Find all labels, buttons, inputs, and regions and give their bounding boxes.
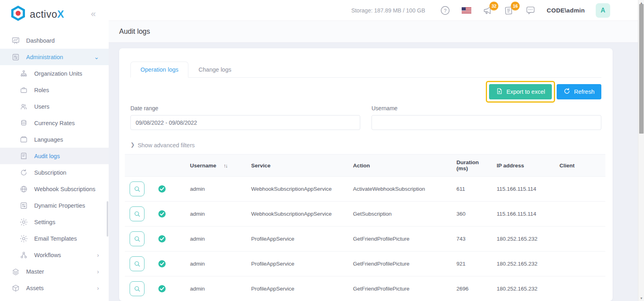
tab-operation-logs[interactable]: Operation logs xyxy=(130,62,188,78)
chevron-down-icon: ❯ xyxy=(130,142,135,147)
announcements-icon[interactable]: 32 xyxy=(483,5,493,16)
sidebar-item-dashboard[interactable]: Dashboard xyxy=(0,32,109,49)
col-header-action[interactable]: Action xyxy=(348,155,452,177)
sidebar-item-assets[interactable]: Assets › xyxy=(0,280,109,296)
table-row: admin ProfileAppService GetFriendProfile… xyxy=(125,276,605,301)
sidebar-item-settings[interactable]: Settings xyxy=(0,214,109,230)
news-subscriptions-icon[interactable]: 16 xyxy=(504,5,514,16)
toolbar-row: Export to excel Refresh xyxy=(130,81,601,103)
sidebar-item-roles[interactable]: Roles xyxy=(0,82,109,98)
table-row: admin WebhookSubscriptionAppService Acti… xyxy=(125,177,605,202)
sidebar-collapse-icon[interactable]: « xyxy=(91,10,96,19)
sidebar-scrollbar[interactable] xyxy=(107,201,108,237)
sidebar-item-email-templates[interactable]: Email Templates xyxy=(0,230,109,247)
email-templates-icon xyxy=(19,234,28,243)
cell-action: GetSubscription xyxy=(348,202,452,227)
languages-icon xyxy=(19,135,28,144)
table-header-row: Username↑↓ Service Action Duration (ms) … xyxy=(125,155,605,177)
cell-action: GetFriendProfilePicture xyxy=(348,276,452,301)
cell-ip-address: 180.252.165.232 xyxy=(492,227,555,252)
row-detail-button[interactable] xyxy=(130,181,144,196)
sidebar-item-users[interactable]: Users xyxy=(0,98,109,115)
news-badge: 16 xyxy=(511,2,520,10)
username-input[interactable] xyxy=(372,115,601,130)
scrollbar-thumb[interactable] xyxy=(639,4,644,134)
row-detail-button[interactable] xyxy=(130,206,144,221)
currency-rates-icon xyxy=(19,119,28,128)
success-check-icon xyxy=(158,260,180,268)
export-to-excel-button[interactable]: Export to excel xyxy=(489,84,552,99)
dashboard-icon xyxy=(11,36,20,45)
cell-duration: 743 xyxy=(452,227,492,252)
audit-logs-icon xyxy=(19,152,28,161)
cell-ip-address: 180.252.165.232 xyxy=(492,276,555,301)
settings-icon xyxy=(19,218,28,227)
col-header-client[interactable]: Client xyxy=(555,155,605,177)
logo-row: activoX « xyxy=(0,0,109,28)
cell-ip-address: 115.166.115.114 xyxy=(492,202,555,227)
refresh-button[interactable]: Refresh xyxy=(557,84,601,99)
app-window: activoX « Dashboard Administration ⌄ Org… xyxy=(0,0,644,301)
chevron-down-icon: ⌄ xyxy=(94,54,99,60)
language-flag-icon[interactable] xyxy=(461,5,472,16)
annotation-highlight-box: Export to excel xyxy=(486,81,555,103)
tab-bar: Operation logs Change logs xyxy=(130,62,601,78)
col-header-duration[interactable]: Duration (ms) xyxy=(452,155,492,177)
administration-icon xyxy=(11,53,20,62)
page-title: Audit logs xyxy=(119,27,150,36)
sidebar-item-audit-logs[interactable]: Audit logs xyxy=(0,148,109,164)
main-area: Storage: 187.89 MB / 100 GB ? 32 16 xyxy=(109,0,638,301)
sidebar-item-languages[interactable]: Languages xyxy=(0,131,109,148)
col-header-username[interactable]: Username↑↓ xyxy=(185,155,246,177)
row-detail-button[interactable] xyxy=(130,281,144,296)
row-detail-button[interactable] xyxy=(130,231,144,246)
cell-client xyxy=(555,276,605,301)
cell-service: ProfileAppService xyxy=(246,276,348,301)
table-row: admin ProfileAppService GetFriendProfile… xyxy=(125,227,605,252)
col-header-detail xyxy=(125,155,153,177)
date-range-label: Date range xyxy=(130,105,360,111)
sidebar-item-dynamic-properties[interactable]: Dynamic Properties xyxy=(0,197,109,214)
success-check-icon xyxy=(158,235,180,243)
cell-ip-address: 180.252.165.232 xyxy=(492,252,555,276)
help-icon[interactable]: ? xyxy=(440,5,450,16)
roles-icon xyxy=(19,86,28,95)
master-icon xyxy=(11,267,20,276)
col-header-status xyxy=(153,155,185,177)
user-avatar[interactable]: A xyxy=(596,3,610,18)
sidebar-item-subscription[interactable]: Subscription xyxy=(0,164,109,181)
window-scrollbar[interactable]: ▲ ▼ xyxy=(638,0,644,301)
sidebar-item-master[interactable]: Master › xyxy=(0,263,109,280)
scrollbar-down-arrow[interactable]: ▼ xyxy=(638,295,644,301)
filters-row: Date range Username xyxy=(130,105,601,130)
sort-icon[interactable]: ↑↓ xyxy=(223,163,227,169)
sidebar: activoX « Dashboard Administration ⌄ Org… xyxy=(0,0,109,301)
cell-service: WebhookSubscriptionAppService xyxy=(246,177,348,202)
excel-file-icon xyxy=(496,88,503,96)
dynamic-properties-icon xyxy=(19,201,28,210)
current-user-label[interactable]: CODE\admin xyxy=(547,7,585,14)
sidebar-item-webhook-subscriptions[interactable]: Webhook Subscriptions xyxy=(0,181,109,197)
sidebar-item-organization-units[interactable]: Organization Units xyxy=(0,65,109,82)
col-header-service[interactable]: Service xyxy=(246,155,348,177)
svg-text:?: ? xyxy=(444,8,447,13)
sidebar-item-administration[interactable]: Administration ⌄ xyxy=(0,49,109,65)
tab-change-logs[interactable]: Change logs xyxy=(188,62,241,78)
cell-client xyxy=(555,202,605,227)
cell-action: ActivateWebhookSubscription xyxy=(348,177,452,202)
date-range-input[interactable] xyxy=(130,115,360,130)
sidebar-item-workflows[interactable]: Workflows › xyxy=(0,247,109,263)
brand-accent: X xyxy=(57,8,64,20)
chat-icon[interactable] xyxy=(525,5,536,16)
audit-logs-card: Operation logs Change logs Export to exc… xyxy=(119,48,613,301)
show-advanced-filters-link[interactable]: ❯ Show advanced filters xyxy=(130,142,601,148)
sidebar-item-currency-rates[interactable]: Currency Rates xyxy=(0,115,109,131)
row-detail-button[interactable] xyxy=(130,256,144,271)
col-header-ip[interactable]: IP address xyxy=(492,155,555,177)
cell-username: admin xyxy=(185,276,246,301)
audit-logs-table: Username↑↓ Service Action Duration (ms) … xyxy=(125,154,605,301)
cell-username: admin xyxy=(185,177,246,202)
cell-action: GetFriendProfilePicture xyxy=(348,227,452,252)
cell-duration: 360 xyxy=(452,202,492,227)
webhook-icon xyxy=(19,185,28,194)
